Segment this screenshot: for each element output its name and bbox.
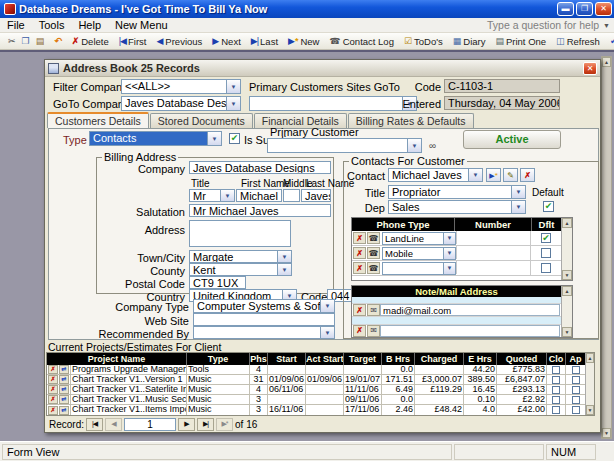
dep-combo[interactable]: Sales bbox=[388, 200, 526, 214]
mail-address-field[interactable] bbox=[380, 325, 560, 337]
phone-number-cell[interactable] bbox=[456, 231, 530, 244]
phone-type-combo[interactable] bbox=[382, 262, 456, 275]
phone-number-cell[interactable] bbox=[456, 261, 530, 274]
web-site-field[interactable] bbox=[193, 313, 335, 326]
dropdown-arrow-icon[interactable] bbox=[468, 169, 482, 181]
mail-row[interactable] bbox=[352, 297, 561, 304]
dropdown-arrow-icon[interactable] bbox=[226, 80, 240, 93]
address-field[interactable] bbox=[189, 220, 291, 247]
cut-button[interactable] bbox=[5, 35, 19, 48]
dflt-checkbox[interactable] bbox=[541, 248, 551, 258]
projects-table-scrollbar[interactable]: ▲ ▼ bbox=[585, 353, 594, 415]
contact-title-combo[interactable]: Propriator bbox=[388, 185, 526, 199]
print-one-button[interactable]: Print One bbox=[492, 35, 549, 48]
send-mail-button[interactable] bbox=[367, 325, 380, 337]
contact-log-button[interactable]: Contact Log bbox=[326, 35, 396, 48]
form-titlebar[interactable]: Address Book 25 Records ✕ bbox=[45, 60, 600, 77]
scroll-up-icon[interactable]: ▲ bbox=[562, 286, 572, 296]
closed-checkbox[interactable] bbox=[552, 376, 560, 384]
delete-button[interactable]: Delete bbox=[69, 35, 112, 48]
closed-checkbox[interactable] bbox=[552, 406, 560, 414]
refresh-button[interactable]: Refresh bbox=[553, 35, 603, 48]
contact-combo[interactable]: Michael Javes bbox=[388, 168, 483, 182]
closed-checkbox[interactable] bbox=[552, 396, 560, 404]
first-record-button[interactable]: First bbox=[116, 35, 150, 48]
dropdown-arrow-icon[interactable] bbox=[226, 97, 240, 110]
delete-project-icon[interactable] bbox=[48, 406, 58, 415]
close-button[interactable]: ✕ bbox=[595, 2, 612, 16]
company-type-combo[interactable]: Computer Systems & Softwere bbox=[193, 299, 335, 313]
phone-table-scrollbar[interactable]: ▲ ▼ bbox=[561, 218, 572, 280]
project-row[interactable]: Chart Tracker V1..Saterlite Importe Musi… bbox=[47, 385, 585, 395]
mail-row[interactable] bbox=[352, 317, 561, 324]
goto-project-icon[interactable] bbox=[59, 365, 69, 374]
first-name-field[interactable]: Michael bbox=[236, 189, 282, 202]
approved-checkbox[interactable] bbox=[572, 366, 580, 374]
postal-code-field[interactable]: CT9 1UX bbox=[189, 276, 246, 289]
mail-table-scrollbar[interactable]: ▲ ▼ bbox=[561, 286, 572, 337]
dropdown-arrow-icon[interactable] bbox=[443, 233, 455, 244]
dropdown-arrow-icon[interactable] bbox=[511, 186, 525, 198]
project-row[interactable]: Chart Tracker V1..Music Sections (V Musi… bbox=[47, 395, 585, 405]
menu-new-menu[interactable]: New Menu bbox=[108, 18, 175, 33]
scroll-down-icon[interactable]: ▼ bbox=[586, 405, 594, 415]
closed-checkbox[interactable] bbox=[552, 366, 560, 374]
delete-project-icon[interactable] bbox=[48, 375, 58, 384]
scroll-up-icon[interactable]: ▲ bbox=[586, 353, 594, 363]
title-combo[interactable]: Mr bbox=[189, 189, 235, 202]
dropdown-arrow-icon[interactable] bbox=[277, 264, 291, 275]
goto-project-icon[interactable] bbox=[59, 385, 69, 394]
dial-button[interactable] bbox=[367, 247, 380, 259]
phone-number-cell[interactable] bbox=[456, 246, 530, 259]
project-row[interactable]: Chart Tracker V1..Version 1 Music 31 01/… bbox=[47, 375, 585, 385]
edit-contact-button[interactable] bbox=[503, 168, 518, 182]
minimize-button[interactable]: ▬ bbox=[557, 2, 574, 16]
form-close-button[interactable]: ✕ bbox=[583, 62, 597, 75]
delete-row-button[interactable] bbox=[353, 262, 366, 274]
todos-button[interactable]: ToDo's bbox=[401, 35, 446, 48]
new-contact-button[interactable] bbox=[486, 168, 501, 182]
previous-record-button[interactable]: Previous bbox=[153, 35, 205, 48]
dial-button[interactable] bbox=[367, 262, 380, 274]
done-button[interactable]: Done bbox=[607, 35, 614, 48]
filter-company-combo[interactable]: <<ALL>> bbox=[121, 79, 241, 94]
delete-contact-button[interactable] bbox=[520, 168, 535, 182]
scroll-down-icon[interactable]: ▼ bbox=[562, 270, 572, 280]
menu-file[interactable]: File bbox=[0, 18, 32, 33]
new-record-nav-button[interactable]: ▶* bbox=[216, 418, 233, 431]
new-record-button[interactable]: New bbox=[285, 35, 322, 48]
delete-row-button[interactable] bbox=[353, 232, 366, 244]
tab-stored-documents[interactable]: Stored Documents bbox=[150, 113, 253, 128]
menu-tools[interactable]: Tools bbox=[32, 18, 72, 33]
goto-company-combo[interactable]: Javes Database Designs bbox=[121, 96, 241, 111]
mail-address-field[interactable]: madi@mail.com bbox=[380, 304, 560, 316]
goto-project-icon[interactable] bbox=[59, 395, 69, 404]
undo-button[interactable] bbox=[51, 35, 65, 48]
dropdown-arrow-icon[interactable] bbox=[320, 300, 334, 312]
diary-button[interactable]: Diary bbox=[450, 35, 489, 48]
recommended-by-combo[interactable] bbox=[193, 326, 335, 339]
approved-checkbox[interactable] bbox=[572, 396, 580, 404]
dflt-checkbox[interactable] bbox=[541, 233, 551, 243]
is-supplier-checkbox[interactable] bbox=[229, 133, 240, 144]
dropdown-arrow-icon[interactable] bbox=[443, 248, 455, 259]
find-icon[interactable]: ∞ bbox=[425, 139, 440, 153]
delete-project-icon[interactable] bbox=[48, 395, 58, 404]
goto-project-icon[interactable] bbox=[59, 375, 69, 384]
project-row[interactable]: Chart Tracker V1..Items Importer 9 Music… bbox=[47, 405, 585, 415]
salutation-field[interactable]: Mr Michael Javes bbox=[189, 204, 331, 217]
county-combo[interactable]: Kent bbox=[189, 263, 292, 276]
dropdown-arrow-icon[interactable] bbox=[320, 327, 334, 338]
tab-billing-rates[interactable]: Billing Rates & Defaults bbox=[348, 113, 474, 128]
last-record-button[interactable]: Last bbox=[248, 35, 281, 48]
first-record-nav-button[interactable]: |◀ bbox=[86, 418, 103, 431]
tab-customers-details[interactable]: Customers Details bbox=[47, 112, 149, 128]
dropdown-arrow-icon[interactable] bbox=[407, 139, 421, 152]
last-name-field[interactable]: Javes bbox=[301, 189, 331, 202]
workspace-vertical-scrollbar[interactable]: ▲ ▼ bbox=[601, 56, 612, 439]
scroll-down-icon[interactable]: ▼ bbox=[562, 327, 572, 337]
dropdown-arrow-icon[interactable] bbox=[511, 201, 525, 213]
help-question-box[interactable]: Type a question for help ▼ bbox=[487, 19, 614, 31]
dropdown-arrow-icon[interactable] bbox=[207, 132, 221, 145]
last-record-nav-button[interactable]: ▶| bbox=[197, 418, 214, 431]
